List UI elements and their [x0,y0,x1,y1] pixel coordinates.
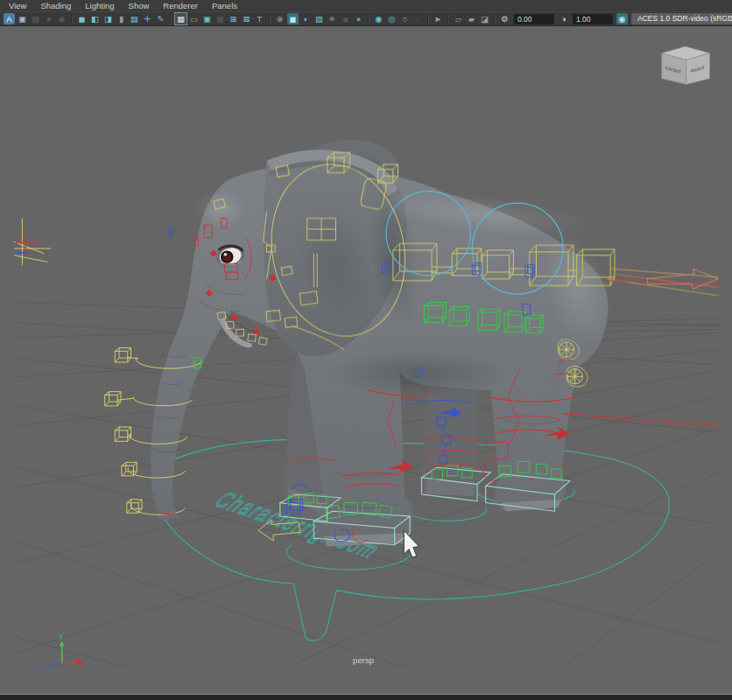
menu-panels[interactable]: Panels [212,0,237,11]
depth-peeling-icon[interactable]: ▫ [412,13,424,24]
axis-gizmo: y x z [36,632,85,671]
gamma-field[interactable]: 1.00 [573,14,613,24]
safe-action-icon[interactable]: ⊠ [241,13,252,24]
camera-label: persp [353,655,374,665]
colorspace-dropdown[interactable]: ACES 1.0 SDR-video (sRGB) [631,13,732,24]
viewport-canvas[interactable]: Characterrigs.com [0,26,732,694]
toolbar-separator [427,14,429,24]
anti-aliasing-icon[interactable]: ○ [399,13,411,24]
grease-pencil-icon[interactable]: ✎ [155,13,166,24]
lights-icon[interactable]: ☼ [340,13,351,24]
select-object-type-icon[interactable]: ▣ [17,13,28,24]
camera-icon[interactable]: ◼ [76,13,88,24]
color-management-toggle-icon[interactable]: ◉ [616,13,628,24]
isolate-select-icon[interactable]: ▱ [453,13,464,24]
menu-show[interactable]: Show [129,0,150,11]
shadows-icon[interactable]: ● [353,13,364,24]
panel-icon-toolbar: A ▣ ▩ ● ◆ ◼ ◧ ◨ ▮ ▤ ✛ ✎ ▦ ▭ ▣ ▩ ⊞ ⊠ T ⊕ … [0,11,732,26]
spine-stretch-lines[interactable] [603,269,718,296]
field-chart-icon[interactable]: ⊞ [228,13,239,24]
select-tool-icon[interactable]: ► [433,13,444,24]
safe-title-icon[interactable]: T [254,13,265,24]
disabled-select-1-icon[interactable]: ▩ [30,13,41,24]
textured-display-icon[interactable]: ▧ [313,13,325,24]
toolbar-separator [170,14,172,24]
resolution-gate-icon[interactable]: ▣ [201,13,213,24]
menu-lighting[interactable]: Lighting [85,0,114,11]
menu-shading[interactable]: Shading [40,0,71,11]
maya-viewport-window: { "menu_bar": { "items": ["View", "Shadi… [0,0,732,700]
film-gate-icon[interactable]: ▭ [188,13,200,24]
xray-joints-icon[interactable]: ◪ [479,13,490,24]
disabled-select-2-icon[interactable]: ● [43,13,54,24]
exposure-field[interactable]: 0.00 [514,14,554,24]
wireframe-display-icon[interactable]: ⊕ [274,13,285,24]
image-plane-icon[interactable]: ▤ [129,13,140,24]
perspective-viewport[interactable]: Characterrigs.com [0,26,732,694]
toolbar-separator [447,14,449,24]
toolbar-separator [368,14,370,24]
exposure-gear-icon[interactable]: ⚙ [499,13,510,24]
xray-display-icon[interactable]: ▰ [466,13,477,24]
screen-space-ao-icon[interactable]: ◉ [373,13,384,24]
offscreen-control-gizmo[interactable] [14,218,51,265]
camera-bookmark-icon[interactable]: ◨ [102,13,114,24]
menu-renderer[interactable]: Renderer [163,0,198,11]
2d-pan-zoom-icon[interactable]: ✛ [142,13,153,24]
panel-menu-bar: View Shading Lighting Show Renderer Pane… [0,0,732,11]
shaded-display-icon[interactable]: ◼ [287,13,299,24]
contrast-icon[interactable]: ◑ [558,13,569,24]
gate-mask-icon[interactable]: ▩ [215,13,226,24]
grid-toggle-icon[interactable]: ▦ [175,13,187,24]
motion-blur-icon[interactable]: ◎ [386,13,398,24]
flat-shaded-icon[interactable]: ◐ [300,13,312,24]
disabled-select-3-icon[interactable]: ◆ [56,13,67,24]
toolbar-separator [494,14,496,24]
panel-bottom-border [0,694,732,700]
use-default-material-icon[interactable]: ✳ [327,13,338,24]
camera-attributes-icon[interactable]: ◧ [89,13,101,24]
bookmark-icon[interactable]: ▮ [116,13,127,24]
axis-z-label: z [36,663,39,671]
axis-x-label: x [81,662,85,669]
view-cube[interactable]: FRONT RIGHT [662,46,710,84]
mouse-cursor [404,530,419,557]
toolbar-separator [71,14,73,24]
selection-mask-icon[interactable]: A [4,13,15,24]
menu-view[interactable]: View [9,0,26,11]
axis-y-label: y [60,632,63,640]
toolbar-separator [269,14,271,24]
